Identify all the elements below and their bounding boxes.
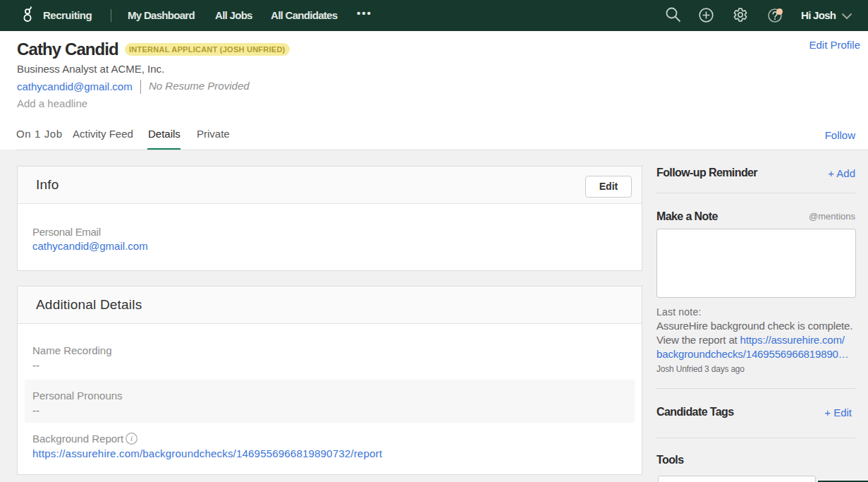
svg-text:i: i <box>130 434 133 442</box>
